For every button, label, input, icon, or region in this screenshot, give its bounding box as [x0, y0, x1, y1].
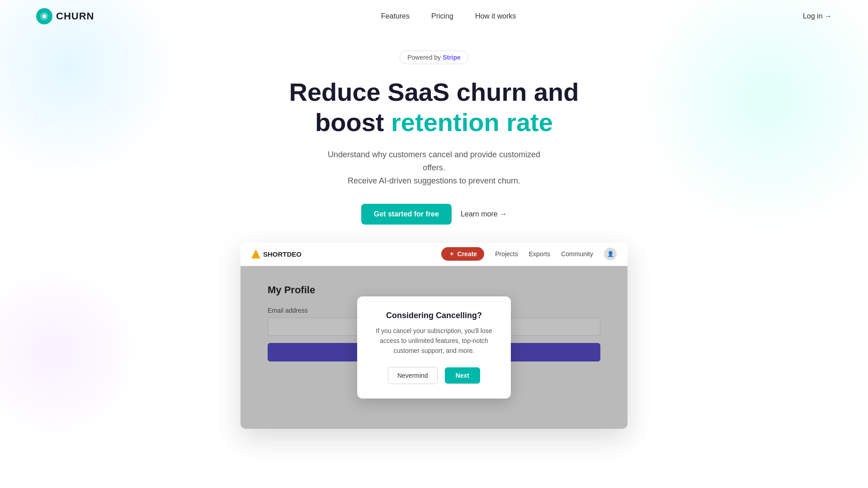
modal-body: If you cancel your subscription, you'll … — [373, 326, 495, 356]
logo-text: CHURN — [56, 10, 94, 22]
app-content: My Profile Email address Reset password … — [241, 266, 627, 429]
app-nav-exports[interactable]: Exports — [529, 250, 550, 258]
modal-overlay: Considering Cancelling? If you cancel yo… — [241, 266, 627, 429]
app-user-avatar[interactable]: 👤 — [604, 248, 617, 260]
create-label: Create — [458, 250, 477, 258]
hero-title-line1: Reduce SaaS churn and — [289, 78, 579, 106]
next-button[interactable]: Next — [445, 367, 480, 384]
modal-buttons: Nevermind Next — [373, 367, 495, 384]
cancellation-modal: Considering Cancelling? If you cancel yo… — [357, 296, 511, 399]
powered-by-text: Powered by — [407, 54, 441, 61]
app-logo: SHORTDEO — [251, 249, 302, 258]
svg-point-2 — [42, 14, 46, 18]
app-preview: SHORTDEO ＋ Create Projects Exports Commu… — [241, 243, 627, 429]
app-logo-icon — [251, 249, 260, 258]
modal-title: Considering Cancelling? — [373, 311, 495, 320]
navbar: CHURN Features Pricing How it works Log … — [0, 0, 868, 33]
nav-how-it-works[interactable]: How it works — [475, 12, 516, 20]
learn-more-button[interactable]: Learn more → — [461, 210, 507, 218]
app-logo-text: SHORTDEO — [263, 250, 302, 258]
logo-icon — [36, 8, 52, 24]
app-nav-community[interactable]: Community — [561, 250, 593, 258]
app-nav-projects[interactable]: Projects — [495, 250, 518, 258]
hero-title: Reduce SaaS churn and boost retention ra… — [289, 77, 579, 137]
nav-pricing[interactable]: Pricing — [431, 12, 453, 20]
hero-subtitle: Understand why customers cancel and prov… — [316, 148, 552, 187]
stripe-text: Stripe — [443, 54, 461, 61]
powered-by-badge: Powered by Stripe — [400, 51, 468, 64]
app-create-button[interactable]: ＋ Create — [441, 247, 485, 261]
main-nav: Features Pricing How it works — [381, 12, 516, 20]
navbar-right: Log in → — [803, 12, 832, 20]
hero-title-line2-plain: boost — [315, 108, 391, 136]
login-link[interactable]: Log in → — [803, 12, 832, 20]
app-navbar: SHORTDEO ＋ Create Projects Exports Commu… — [241, 243, 627, 266]
create-plus-icon: ＋ — [448, 250, 455, 258]
hero-section: Powered by Stripe Reduce SaaS churn and … — [0, 33, 868, 225]
hero-subtitle-line2: Receive AI-driven suggestions to prevent… — [348, 176, 520, 185]
avatar-icon: 👤 — [607, 251, 614, 257]
brand-logo[interactable]: CHURN — [36, 8, 94, 24]
hero-subtitle-line1: Understand why customers cancel and prov… — [328, 150, 540, 172]
bg-blob-bl — [0, 262, 145, 443]
nav-features[interactable]: Features — [381, 12, 410, 20]
app-nav-right: ＋ Create Projects Exports Community 👤 — [441, 247, 617, 261]
hero-buttons: Get started for free Learn more → — [361, 204, 507, 225]
hero-title-accent: retention rate — [391, 108, 553, 136]
nevermind-button[interactable]: Nevermind — [388, 367, 438, 384]
get-started-button[interactable]: Get started for free — [361, 204, 452, 225]
